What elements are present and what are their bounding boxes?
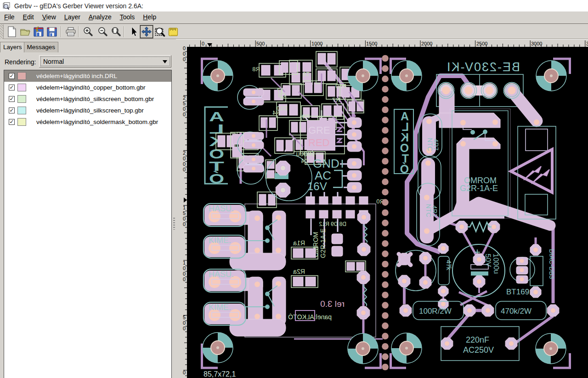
svg-text:R8: R8 [252, 66, 260, 73]
svg-text:RED: RED [308, 137, 329, 148]
svg-text:D8 D9 R12: D8 D9 R12 [319, 221, 346, 227]
svg-text:0: 0 [183, 221, 186, 227]
svg-text:1000u: 1000u [492, 254, 501, 274]
svg-text:0: 0 [183, 326, 186, 331]
svg-text:0: 0 [183, 276, 186, 282]
svg-text:KIME.: KIME. [209, 303, 231, 312]
svg-text:3500: 3500 [586, 41, 588, 46]
svg-text:0: 0 [183, 216, 186, 221]
svg-text:0: 0 [183, 271, 186, 276]
svg-text:HASU.: HASU. [209, 204, 234, 213]
svg-text:2000: 2000 [421, 41, 432, 46]
svg-text:500: 500 [256, 41, 265, 46]
svg-text:50V: 50V [484, 254, 492, 267]
svg-text:panel:ALKOTÓ: panel:ALKOTÓ [288, 313, 332, 321]
svg-text:KIME.: KIME. [209, 236, 231, 245]
svg-text:R7: R7 [332, 96, 340, 103]
svg-text:T7: T7 [277, 87, 284, 94]
svg-text:85,7x72,1: 85,7x72,1 [204, 370, 236, 378]
svg-text:0: 0 [183, 156, 186, 161]
svg-text:G2R-1A-E: G2R-1A-E [319, 228, 327, 258]
svg-text:rel 3.0: rel 3.0 [320, 299, 345, 309]
svg-text:1500: 1500 [366, 41, 377, 46]
svg-text:0: 0 [183, 106, 186, 112]
svg-text:16V: 16V [307, 180, 327, 192]
svg-text:R4: R4 [272, 109, 280, 116]
svg-text:0: 0 [183, 167, 186, 172]
svg-text:0: 0 [183, 161, 186, 167]
svg-text:HASU.: HASU. [209, 270, 234, 279]
svg-text:0: 0 [183, 51, 186, 56]
svg-text:BT169: BT169 [506, 288, 529, 296]
svg-text:2: 2 [183, 150, 186, 156]
svg-text:1: 1 [183, 205, 186, 210]
svg-text:3000: 3000 [531, 41, 542, 46]
svg-text:GRE: GRE [308, 124, 330, 136]
svg-text:G2R-1A-E: G2R-1A-E [460, 184, 498, 193]
svg-text:220nF: 220nF [466, 335, 489, 344]
svg-text:47k: 47k [445, 260, 452, 271]
svg-text:BE-230V-KI: BE-230V-KI [446, 60, 520, 74]
svg-text:5: 5 [183, 101, 186, 106]
svg-text:0: 0 [202, 41, 204, 46]
svg-text:5: 5 [183, 315, 186, 320]
svg-text:0: 0 [183, 45, 186, 51]
svg-text:T6: T6 [303, 71, 310, 78]
svg-text:470k/2W: 470k/2W [501, 307, 531, 316]
svg-text:2500: 2500 [476, 41, 487, 46]
svg-text:DIAC-DB3: DIAC-DB3 [548, 249, 555, 279]
svg-text:R2a: R2a [293, 268, 305, 275]
svg-text:Ó: Ó [209, 171, 224, 186]
svg-text:C4: C4 [301, 158, 309, 164]
svg-text:4R7: 4R7 [432, 139, 440, 151]
svg-text:2: 2 [183, 95, 186, 101]
svg-text:0: 0 [183, 56, 186, 62]
svg-text:100R/2W: 100R/2W [419, 307, 452, 316]
svg-text:4R7: 4R7 [431, 205, 438, 217]
svg-text:0: 0 [183, 370, 186, 375]
svg-text:R10: R10 [335, 83, 346, 90]
svg-text:R1a: R1a [293, 239, 305, 247]
svg-text:0: 0 [183, 112, 186, 117]
svg-text:Ó: Ó [400, 162, 409, 175]
svg-text:0: 0 [183, 265, 186, 271]
svg-text:1000: 1000 [311, 41, 322, 46]
svg-text:AC250V: AC250V [463, 345, 494, 355]
svg-text:0: 0 [183, 320, 186, 326]
svg-text:5: 5 [183, 210, 186, 216]
svg-text:1: 1 [183, 260, 186, 265]
